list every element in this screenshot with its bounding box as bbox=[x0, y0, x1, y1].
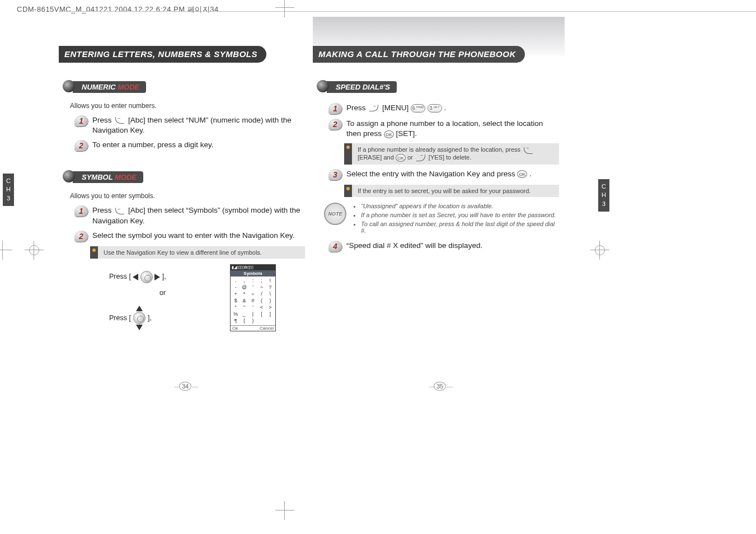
phone-softkey-right: Cancel bbox=[260, 326, 274, 331]
numeric-desc: Allows you to enter numbers. bbox=[70, 102, 305, 110]
note-item: “Unassigned” appears if the location is … bbox=[361, 203, 559, 209]
softkey-left-icon bbox=[368, 105, 379, 111]
numeric-step-1: 1 Press [Abc] then select “NUM” (numeric… bbox=[74, 115, 305, 135]
info-text: If the entry is set to secret, you will … bbox=[352, 185, 559, 197]
ok-key-icon: OK bbox=[396, 154, 406, 162]
symbol-cell: / bbox=[257, 291, 265, 297]
step-number-icon: 2 bbox=[74, 231, 88, 242]
numeric-step-2: 2 To enter a number, press a digit key. bbox=[74, 140, 305, 151]
label-text: NUMERIC bbox=[82, 83, 118, 91]
symbol-cell bbox=[266, 318, 274, 324]
step-number-icon: 4 bbox=[328, 241, 342, 252]
symbol-cell: ] bbox=[266, 311, 274, 317]
arrow-up-icon bbox=[136, 306, 143, 311]
arrow-down-icon bbox=[136, 325, 143, 330]
symbol-cell: { bbox=[240, 318, 248, 324]
symbol-cell: } bbox=[249, 318, 257, 324]
top-rule bbox=[59, 11, 756, 12]
diagram-text: ], bbox=[162, 273, 166, 280]
symbol-cell: . bbox=[232, 278, 240, 284]
speed-step-4: 4 “Speed dial # X edited” will be displa… bbox=[328, 241, 559, 252]
step-text: . bbox=[444, 104, 447, 112]
symbol-step-2: 2 Select the symbol you want to enter wi… bbox=[74, 231, 305, 242]
registration-mark-icon bbox=[275, 0, 294, 17]
phone-screen-preview: ▮◢▯▯▯▯⚙▯▯▯ Symbols .,:;!-@'~?+*=/\$&#()"… bbox=[230, 264, 276, 331]
symbol-cell: & bbox=[240, 298, 248, 304]
key-3-icon: 3 ᴰᴱᶠ bbox=[428, 104, 442, 113]
chapter-tab-right: C H 3 bbox=[598, 179, 609, 212]
ok-key-icon: OK bbox=[384, 130, 394, 138]
page-right: MAKING A CALL THROUGH THE PHONEBOOK C H … bbox=[313, 17, 565, 397]
note-block: NOTE “Unassigned” appears if the locatio… bbox=[324, 203, 559, 236]
arrow-left-icon bbox=[133, 274, 138, 280]
symbol-cell: \ bbox=[266, 291, 274, 297]
nav-key-icon bbox=[140, 271, 153, 283]
page-left: ENTERING LETTERS, NUMBERS & SYMBOLS C H … bbox=[59, 17, 311, 397]
symbol-cell: , bbox=[240, 278, 248, 284]
page-title-left: ENTERING LETTERS, NUMBERS & SYMBOLS bbox=[59, 46, 266, 63]
symbol-cell: < bbox=[257, 305, 265, 311]
arrow-right-icon bbox=[154, 274, 160, 280]
label-text: SYMBOL bbox=[82, 173, 115, 181]
symbol-cell: " bbox=[240, 305, 248, 311]
step-number-icon: 1 bbox=[328, 103, 342, 114]
registration-mark-icon bbox=[25, 241, 44, 260]
label-text: SPEED DIAL#'S bbox=[336, 83, 390, 91]
page-spread: ENTERING LETTERS, NUMBERS & SYMBOLS C H … bbox=[59, 17, 565, 397]
page-number-right: —35— bbox=[428, 382, 452, 391]
note-item: If a phone number is set as Secret, you … bbox=[361, 212, 559, 218]
symbol-cell bbox=[257, 318, 265, 324]
symbol-cell: * bbox=[240, 291, 248, 297]
step-number-icon: 3 bbox=[328, 169, 342, 180]
symbol-cell: ' bbox=[249, 305, 257, 311]
bullet-icon bbox=[346, 187, 350, 190]
phone-status-bar: ▮◢▯▯▯▯⚙▯▯▯ bbox=[231, 265, 275, 270]
step-number-icon: 1 bbox=[74, 115, 88, 127]
key-6-icon: 6 ᴹᴺᴼ bbox=[411, 104, 425, 113]
step-number-icon: 2 bbox=[74, 140, 88, 151]
diagram-text: Press [ bbox=[109, 314, 131, 322]
speed-info-1: If a phone number is already assigned to… bbox=[344, 143, 559, 164]
speed-step-3: 3 Select the entry with the Navigation K… bbox=[328, 169, 559, 180]
symbol-cell: ' bbox=[249, 284, 257, 291]
softkey-right-icon bbox=[114, 117, 125, 124]
symbol-cell: # bbox=[249, 298, 257, 304]
symbol-cell: > bbox=[266, 305, 274, 311]
info-text: If a phone number is already assigned to… bbox=[352, 143, 559, 164]
symbol-desc: Allows you to enter symbols. bbox=[70, 192, 305, 200]
step-number-icon: 1 bbox=[74, 205, 88, 217]
bullet-icon bbox=[92, 249, 96, 252]
step-text: Press bbox=[346, 104, 368, 112]
symbol-cell: ¶ bbox=[232, 318, 240, 324]
symbol-cell: $ bbox=[232, 298, 240, 304]
symbol-cell: ! bbox=[266, 278, 274, 284]
bullet-icon bbox=[346, 146, 350, 149]
symbol-cell: : bbox=[249, 278, 257, 284]
symbol-cell: _ bbox=[240, 311, 248, 317]
navigation-diagram: Press [ ], or Press [ ], bbox=[104, 269, 266, 336]
symbol-cell: % bbox=[232, 311, 240, 317]
registration-mark-icon bbox=[590, 241, 609, 260]
page-title-right: MAKING A CALL THROUGH THE PHONEBOOK bbox=[313, 46, 525, 63]
symbol-cell: ~ bbox=[257, 284, 265, 291]
softkey-right-icon bbox=[114, 208, 125, 214]
registration-mark-icon bbox=[275, 501, 294, 520]
symbol-cell: - bbox=[232, 284, 240, 291]
speed-step-1: 1 Press [MENU] 6 ᴹᴺᴼ 3 ᴰᴱᶠ . bbox=[328, 103, 559, 114]
label-accent: MODE bbox=[118, 83, 139, 91]
diagram-or: or bbox=[159, 289, 166, 297]
symbol-cell: ( bbox=[257, 298, 265, 304]
note-item: To call an assigned number, press & hold… bbox=[361, 221, 559, 234]
phone-screen-title: Symbols bbox=[231, 270, 275, 277]
label-accent: MODE bbox=[115, 173, 137, 181]
symbol-cell: [ bbox=[257, 311, 265, 317]
step-text: [MENU] bbox=[382, 104, 411, 112]
symbol-cell: ? bbox=[266, 284, 274, 291]
registration-mark-icon bbox=[0, 241, 12, 260]
phone-softkey-left: Ok bbox=[232, 326, 238, 331]
symbol-cell: @ bbox=[240, 284, 248, 291]
symbol-step-1: 1 Press [Abc] then select “Symbols” (sym… bbox=[74, 205, 305, 226]
ok-key-icon: OK bbox=[517, 170, 527, 178]
chapter-tab-left: C H 3 bbox=[3, 174, 14, 206]
section-numeric-mode: NUMERIC MODE bbox=[73, 81, 146, 93]
